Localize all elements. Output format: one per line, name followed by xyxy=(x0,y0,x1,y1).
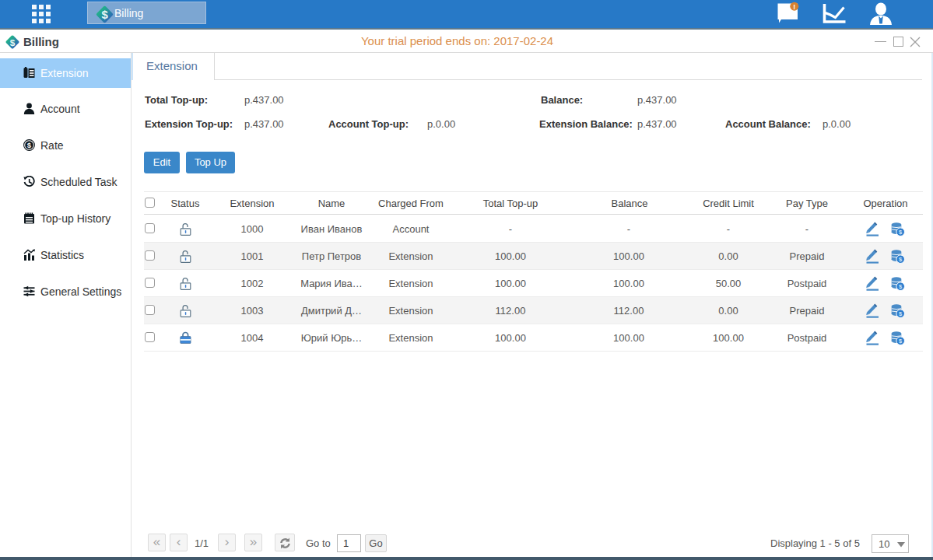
svg-text:$: $ xyxy=(101,9,107,21)
svg-text:!: ! xyxy=(793,3,795,11)
svg-text:$: $ xyxy=(27,141,32,149)
